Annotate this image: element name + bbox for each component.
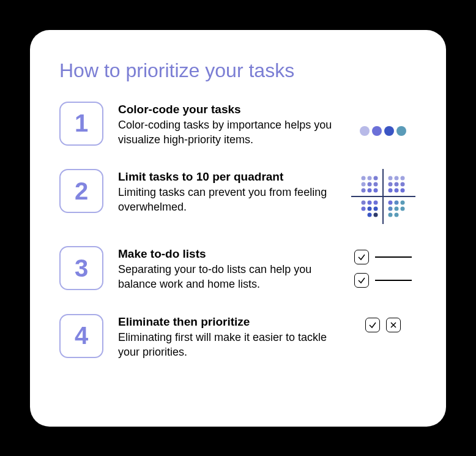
number-badge: 4: [59, 314, 103, 358]
color-dots-icon: [349, 102, 417, 136]
item-description: Eliminating first will make it easier to…: [118, 330, 335, 360]
svg-point-3: [367, 176, 371, 181]
card-title: How to prioritize your tasks: [59, 59, 417, 82]
item-title: Make to-do lists: [118, 247, 335, 261]
checkbox-icon: [365, 318, 380, 332]
number-text: 4: [75, 322, 88, 349]
quadrant-icon: [349, 169, 417, 224]
svg-point-25: [373, 207, 377, 211]
item-description: Limiting tasks can prevent you from feel…: [118, 185, 335, 215]
svg-point-4: [373, 176, 377, 181]
item-title: Eliminate then prioritize: [118, 315, 335, 329]
list-item: 3 Make to-do lists Separating your to-do…: [59, 246, 417, 292]
svg-point-17: [388, 189, 392, 193]
dot-icon: [384, 126, 394, 136]
number-badge: 3: [59, 246, 103, 290]
info-card: How to prioritize your tasks 1 Color-cod…: [30, 30, 446, 427]
svg-point-9: [367, 189, 371, 193]
list-item: 2 Limit tasks to 10 per quadrant Limitin…: [59, 169, 417, 224]
check-x-icon: [349, 314, 417, 332]
item-text: Eliminate then prioritize Eliminating fi…: [118, 314, 335, 360]
number-text: 1: [75, 110, 88, 137]
number-text: 3: [75, 255, 88, 282]
dot-icon: [372, 126, 382, 136]
item-text: Make to-do lists Separating your to-do l…: [118, 246, 335, 292]
line-icon: [375, 280, 412, 281]
svg-point-23: [361, 207, 365, 211]
svg-point-24: [367, 207, 371, 211]
item-description: Color-coding tasks by importance helps y…: [118, 118, 335, 148]
item-title: Limit tasks to 10 per quadrant: [118, 170, 335, 184]
dot-icon: [360, 126, 370, 136]
svg-point-30: [400, 201, 404, 205]
list-item: 1 Color-code your tasks Color-coding tas…: [59, 102, 417, 148]
checkbox-icon: [354, 273, 369, 288]
svg-point-2: [361, 176, 365, 181]
checklist-row: [354, 273, 412, 288]
svg-point-14: [388, 182, 392, 187]
svg-point-21: [367, 201, 371, 205]
svg-point-22: [373, 201, 377, 205]
checklist-row: [354, 250, 412, 264]
line-icon: [375, 256, 412, 258]
svg-point-19: [400, 189, 404, 193]
svg-point-11: [388, 176, 392, 181]
item-text: Limit tasks to 10 per quadrant Limiting …: [118, 169, 335, 215]
number-badge: 2: [59, 169, 103, 213]
number-text: 2: [75, 178, 88, 205]
dot-icon: [396, 126, 406, 136]
svg-point-12: [394, 176, 398, 181]
svg-point-34: [388, 213, 392, 217]
svg-point-6: [367, 182, 371, 187]
svg-point-35: [394, 213, 398, 217]
x-box-icon: [386, 318, 401, 332]
checklist-icon: [349, 246, 417, 288]
svg-point-10: [373, 189, 377, 193]
svg-point-18: [394, 189, 398, 193]
svg-point-27: [373, 213, 377, 217]
svg-point-29: [394, 201, 398, 205]
list-item: 4 Eliminate then prioritize Eliminating …: [59, 314, 417, 360]
svg-point-16: [400, 182, 404, 187]
number-badge: 1: [59, 102, 103, 146]
svg-point-31: [388, 207, 392, 211]
item-title: Color-code your tasks: [118, 103, 335, 116]
svg-point-7: [373, 182, 377, 187]
svg-point-15: [394, 182, 398, 187]
item-description: Separating your to-do lists can help you…: [118, 262, 335, 292]
checkbox-icon: [354, 250, 369, 264]
svg-point-13: [400, 176, 404, 181]
svg-point-33: [400, 207, 404, 211]
svg-point-8: [361, 189, 365, 193]
item-text: Color-code your tasks Color-coding tasks…: [118, 102, 335, 148]
svg-point-5: [361, 182, 365, 187]
svg-point-32: [394, 207, 398, 211]
svg-point-26: [367, 213, 371, 217]
svg-point-28: [388, 201, 392, 205]
svg-point-20: [361, 201, 365, 205]
